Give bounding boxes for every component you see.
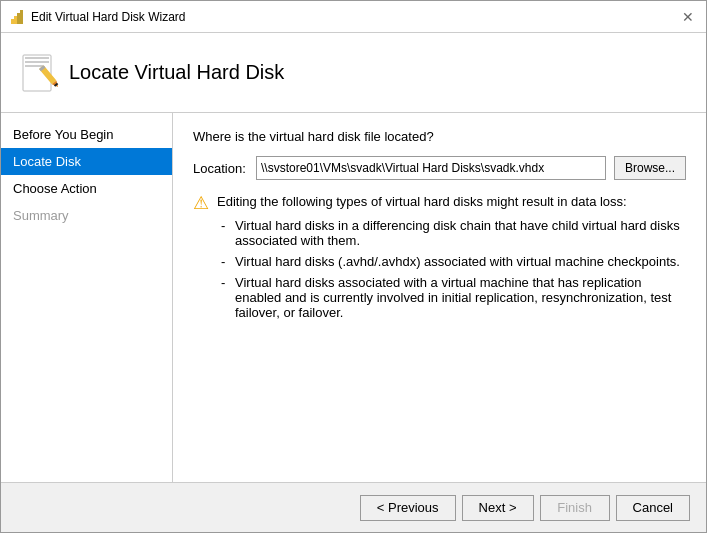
sidebar-item-before-you-begin[interactable]: Before You Begin [1, 121, 172, 148]
sidebar-item-locate-disk[interactable]: Locate Disk [1, 148, 172, 175]
header-icon [17, 47, 69, 99]
sidebar-item-summary: Summary [1, 202, 172, 229]
sidebar-item-choose-action[interactable]: Choose Action [1, 175, 172, 202]
svg-rect-3 [20, 10, 23, 24]
previous-button[interactable]: < Previous [360, 495, 456, 521]
list-item: Virtual hard disks associated with a vir… [221, 275, 686, 320]
svg-rect-1 [14, 16, 17, 24]
footer: < Previous Next > Finish Cancel [1, 482, 706, 532]
sidebar: Before You Begin Locate Disk Choose Acti… [1, 113, 173, 482]
svg-rect-6 [25, 61, 49, 63]
warning-icon: ⚠ [193, 194, 209, 212]
main-question: Where is the virtual hard disk file loca… [193, 129, 686, 144]
browse-button[interactable]: Browse... [614, 156, 686, 180]
svg-rect-7 [25, 65, 43, 67]
wizard-icon [9, 9, 25, 25]
main-content: Where is the virtual hard disk file loca… [173, 113, 706, 482]
warning-title: Editing the following types of virtual h… [217, 194, 627, 209]
cancel-button[interactable]: Cancel [616, 495, 690, 521]
svg-rect-2 [17, 13, 20, 24]
svg-rect-5 [25, 57, 49, 59]
header: Locate Virtual Hard Disk [1, 33, 706, 113]
warning-header: ⚠ Editing the following types of virtual… [193, 194, 686, 212]
warning-list: Virtual hard disks in a differencing dis… [221, 218, 686, 326]
location-label: Location: [193, 161, 248, 176]
warning-box: ⚠ Editing the following types of virtual… [193, 194, 686, 326]
content-area: Before You Begin Locate Disk Choose Acti… [1, 113, 706, 482]
list-item: Virtual hard disks (.avhd/.avhdx) associ… [221, 254, 686, 269]
location-row: Location: Browse... [193, 156, 686, 180]
close-button[interactable]: ✕ [678, 7, 698, 27]
svg-rect-0 [11, 19, 14, 24]
header-title: Locate Virtual Hard Disk [69, 61, 284, 84]
title-bar: Edit Virtual Hard Disk Wizard ✕ [1, 1, 706, 33]
finish-button[interactable]: Finish [540, 495, 610, 521]
list-item: Virtual hard disks in a differencing dis… [221, 218, 686, 248]
location-input[interactable] [256, 156, 606, 180]
next-button[interactable]: Next > [462, 495, 534, 521]
title-bar-left: Edit Virtual Hard Disk Wizard [9, 9, 186, 25]
title-bar-title: Edit Virtual Hard Disk Wizard [31, 10, 186, 24]
window: Edit Virtual Hard Disk Wizard ✕ Locate V… [0, 0, 707, 533]
